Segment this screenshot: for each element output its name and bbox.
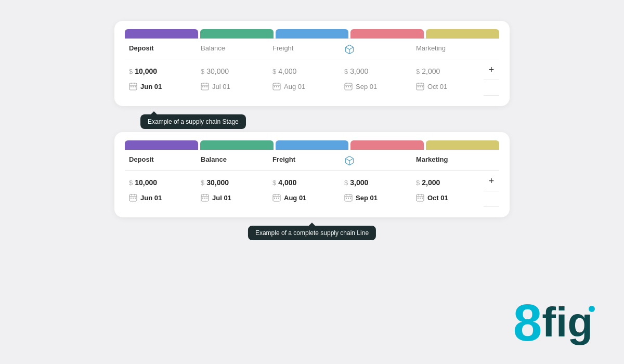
plus-cell-header-1: [484, 39, 499, 59]
plus-btn-cell-1[interactable]: +: [484, 59, 499, 80]
tab-balance-1[interactable]: [200, 29, 274, 38]
value-marketing-2: 2,000: [422, 178, 440, 187]
svg-rect-35: [422, 86, 423, 87]
svg-rect-48: [202, 198, 203, 199]
calendar-icon-deposit-2: [129, 193, 137, 202]
box-icon-2: [344, 155, 355, 166]
amount-marketing-1[interactable]: $ 2,000: [412, 59, 484, 80]
amount-deposit-1[interactable]: $ 10,000: [125, 59, 197, 80]
date-freight-1[interactable]: Aug 01: [268, 80, 340, 96]
svg-rect-57: [278, 198, 279, 199]
add-stage-button-2[interactable]: +: [489, 176, 495, 187]
svg-rect-71: [422, 198, 423, 199]
svg-rect-64: [350, 198, 351, 199]
calendar-icon-marketing-1: [416, 82, 424, 90]
currency-balance-2: $: [201, 179, 204, 187]
date-val-deposit-2: Jun 01: [140, 194, 162, 202]
tab-marketing-2[interactable]: [426, 140, 499, 150]
tab-freight-2[interactable]: [276, 140, 349, 150]
date-val-balance-1: Jul 01: [212, 83, 230, 90]
currency-freight-2: $: [272, 179, 276, 187]
card-supply-chain-stage: Deposit Balance Freight Marketing $ 10,0…: [114, 21, 510, 106]
date-val-logistics-2: Sep 01: [356, 194, 378, 202]
currency-marketing-2: $: [416, 179, 420, 187]
col-header-freight-2: Freight: [268, 150, 340, 171]
amount-freight-1[interactable]: $ 4,000: [268, 59, 340, 80]
value-marketing-1: 2,000: [422, 67, 440, 75]
calendar-icon-logistics-1: [344, 82, 353, 90]
svg-rect-34: [420, 86, 421, 87]
card-supply-chain-line: Deposit Balance Freight Marketing $ 10,0…: [114, 132, 510, 217]
date-val-freight-2: Aug 01: [284, 194, 306, 202]
date-deposit-2[interactable]: Jun 01: [125, 191, 197, 207]
svg-rect-43: [135, 198, 136, 199]
tooltip-stage: Example of a supply chain Stage: [140, 114, 246, 129]
tab-logistics-1[interactable]: [350, 29, 424, 38]
plus-btn-cell-2[interactable]: +: [484, 171, 499, 191]
date-val-deposit-1: Jun 01: [140, 83, 162, 90]
amount-freight-2[interactable]: $ 4,000: [268, 171, 340, 191]
tab-deposit-1[interactable]: [125, 29, 198, 38]
date-freight-2[interactable]: Aug 01: [268, 191, 340, 207]
svg-rect-63: [348, 198, 349, 199]
tab-balance-2[interactable]: [200, 140, 274, 150]
tab-deposit-2[interactable]: [125, 140, 198, 150]
date-marketing-1[interactable]: Oct 01: [412, 80, 484, 96]
svg-rect-70: [420, 198, 421, 199]
svg-rect-27: [348, 86, 349, 87]
svg-rect-12: [202, 86, 203, 87]
date-marketing-2[interactable]: Oct 01: [412, 191, 484, 207]
amount-balance-1[interactable]: $ 30,000: [197, 59, 268, 80]
amount-logistics-1[interactable]: $ 3,000: [340, 59, 412, 80]
col-header-deposit-1: Deposit: [125, 39, 197, 59]
logo-dot: [589, 306, 595, 312]
date-logistics-1[interactable]: Sep 01: [340, 80, 412, 96]
svg-rect-56: [276, 198, 277, 199]
calendar-icon-logistics-2: [344, 193, 353, 202]
tab-marketing-1[interactable]: [426, 29, 499, 38]
svg-rect-20: [276, 86, 277, 87]
calendar-icon-deposit-1: [129, 82, 137, 90]
date-val-marketing-2: Oct 01: [427, 194, 448, 202]
svg-rect-13: [204, 86, 205, 87]
svg-rect-7: [135, 86, 136, 87]
value-balance-2: 30,000: [206, 178, 229, 187]
date-deposit-1[interactable]: Jun 01: [125, 80, 197, 96]
currency-deposit-1: $: [129, 68, 133, 75]
plus-cell-header-2: [484, 150, 499, 171]
amount-marketing-2[interactable]: $ 2,000: [412, 171, 484, 191]
calendar-icon-freight-1: [272, 82, 281, 90]
date-logistics-2[interactable]: Sep 01: [340, 191, 412, 207]
value-logistics-2: 3,000: [350, 178, 368, 187]
add-stage-button-1[interactable]: +: [489, 64, 495, 75]
date-balance-2[interactable]: Jul 01: [197, 191, 268, 207]
currency-logistics-1: $: [344, 68, 348, 75]
tooltip-line: Example of a complete supply chain Line: [248, 226, 376, 240]
currency-deposit-2: $: [129, 179, 133, 187]
plus-date-cell-2: [484, 191, 499, 207]
tab-freight-1[interactable]: [276, 29, 349, 38]
amount-balance-2[interactable]: $ 30,000: [197, 171, 268, 191]
currency-logistics-2: $: [344, 179, 348, 187]
svg-rect-49: [204, 198, 205, 199]
svg-rect-5: [131, 86, 132, 87]
amount-deposit-2[interactable]: $ 10,000: [125, 171, 197, 191]
value-freight-1: 4,000: [278, 67, 296, 75]
svg-rect-41: [131, 198, 132, 199]
date-balance-1[interactable]: Jul 01: [197, 80, 268, 96]
stage-tabs-1: [125, 29, 499, 38]
logo-area: 8 fig: [513, 296, 593, 348]
svg-rect-69: [418, 198, 419, 199]
stage-tabs-2: [125, 140, 499, 150]
currency-balance-1: $: [201, 68, 204, 75]
calendar-icon-balance-2: [201, 193, 209, 202]
tab-logistics-2[interactable]: [350, 140, 424, 150]
amount-logistics-2[interactable]: $ 3,000: [340, 171, 412, 191]
svg-rect-33: [418, 86, 419, 87]
logo-fig: fig: [542, 302, 593, 343]
calendar-icon-balance-1: [201, 82, 209, 90]
stage-grid-2: Deposit Balance Freight Marketing $ 10,0…: [125, 150, 499, 207]
col-header-logistics-2: [340, 150, 412, 171]
svg-rect-26: [346, 86, 347, 87]
svg-rect-50: [206, 198, 207, 199]
